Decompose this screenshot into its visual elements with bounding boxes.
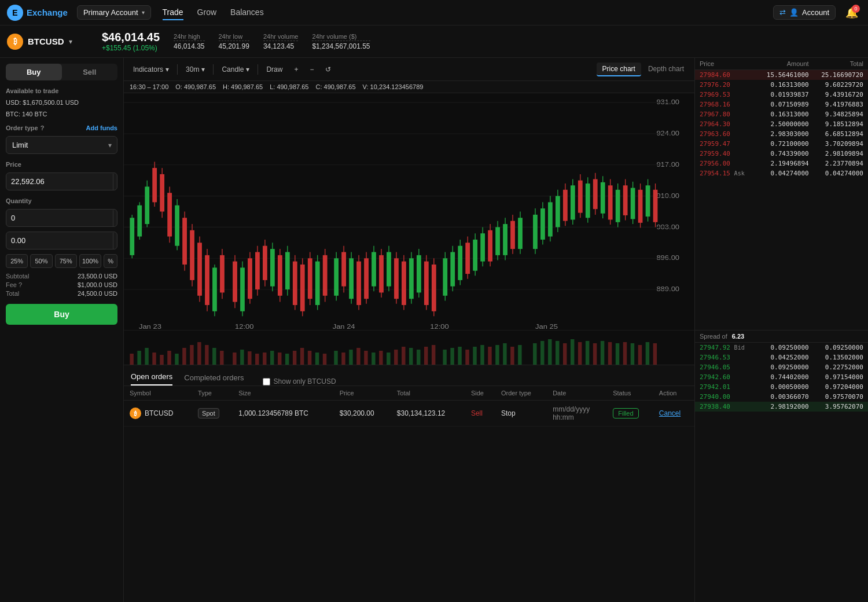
chart-canvas[interactable]: 931.00 924.00 917.00 910.00 903.00 896.0… — [124, 93, 694, 330]
ob-bid-price: 27938.40 — [700, 403, 754, 410]
settings-btn[interactable]: ↺ — [321, 63, 336, 76]
add-indicator-btn[interactable]: + — [289, 63, 303, 76]
stat-low-value: 45,201.99 — [219, 42, 249, 50]
ob-ask-last-row[interactable]: 27954.15 Ask 0.04274000 0.04274000 — [695, 168, 868, 178]
depth-chart-tab[interactable]: Depth chart — [642, 63, 690, 76]
row-date: mm/dd/yyyyhh:mm — [547, 401, 607, 427]
ob-bid-total: 0.97204000 — [809, 383, 863, 391]
stat-vol-label: 24hr volume — [263, 33, 299, 41]
ob-ask-row[interactable]: 27969.53 0.01939837 9.43916720 — [695, 90, 868, 100]
timeframe-label: 30m — [186, 65, 199, 74]
filter-label[interactable]: Show only BTCUSD — [263, 377, 336, 386]
pct-100-btn[interactable]: 100% — [79, 254, 101, 268]
ob-ask-row[interactable]: 27959.47 0.72100000 3.70209894 — [695, 139, 868, 149]
add-funds-link[interactable]: Add funds — [86, 124, 117, 131]
svg-rect-181 — [334, 351, 337, 365]
account-dropdown-btn[interactable]: Primary Account ▾ — [77, 5, 151, 20]
account-right-btn[interactable]: ⇄ 👤 Account — [773, 5, 836, 20]
completed-orders-tab[interactable]: Completed orders — [184, 373, 244, 386]
indicators-btn[interactable]: Indicators ▾ — [128, 63, 174, 76]
svg-rect-218 — [623, 342, 627, 365]
open-orders-tab[interactable]: Open orders — [131, 372, 172, 386]
quantity-usd-input[interactable] — [6, 232, 113, 249]
ob-ask-amount: 0.07150989 — [754, 101, 808, 108]
svg-rect-213 — [586, 341, 589, 365]
svg-rect-212 — [578, 342, 582, 365]
svg-rect-166 — [212, 348, 216, 365]
ob-bid-row[interactable]: 27942.01 0.00050000 0.97204000 — [695, 382, 868, 392]
col-type: Type — [192, 386, 233, 401]
svg-rect-179 — [315, 353, 319, 365]
row-size: 1,000.123456789 BTC — [233, 401, 333, 427]
ob-bid-total: 0.97154000 — [809, 373, 863, 381]
ob-bid-row[interactable]: 27946.05 0.09250000 0.22752000 — [695, 362, 868, 372]
filled-badge: Filled — [613, 408, 638, 419]
draw-btn[interactable]: Draw — [262, 63, 287, 76]
pct-50-btn[interactable]: 50% — [30, 254, 52, 268]
ob-col-total: Total — [809, 60, 863, 67]
svg-rect-210 — [563, 343, 567, 365]
ob-bid-amount: 0.00050000 — [754, 383, 808, 391]
row-action[interactable]: Cancel — [653, 401, 694, 427]
available-label: Available to trade — [6, 87, 117, 94]
ob-bid-last-row[interactable]: 27938.40 2.98192000 3.95762070 — [695, 402, 868, 412]
ob-bid-row[interactable]: 27940.00 0.00366070 0.97570070 — [695, 392, 868, 402]
ticker-price: $46,014.45 — [102, 31, 160, 44]
pct-25-btn[interactable]: 25% — [6, 254, 28, 268]
row-symbol: ₿ BTCUSD — [124, 401, 192, 427]
price-label: Price — [6, 161, 117, 168]
svg-rect-195 — [443, 350, 446, 365]
ob-ask-amount: 2.50000000 — [754, 120, 808, 128]
ob-ask-amount: 2.98303000 — [754, 130, 808, 138]
price-input[interactable] — [6, 173, 113, 190]
timeframe-btn[interactable]: 30m ▾ — [181, 63, 209, 76]
buy-submit-btn[interactable]: Buy — [6, 304, 117, 325]
nav-trade[interactable]: Trade — [163, 5, 183, 20]
ob-ask-row[interactable]: 27984.60 15.56461000 25.16690720 — [695, 70, 868, 80]
ob-bid-row[interactable]: 27942.60 0.74402000 0.97154000 — [695, 372, 868, 382]
ob-bid-first-row[interactable]: 27947.92 Bid 0.09250000 0.09250000 — [695, 343, 868, 353]
ob-ask-row[interactable]: 27959.40 0.74339000 2.98109894 — [695, 149, 868, 159]
chevron-down-icon: ▾ — [142, 9, 145, 16]
nav-balances[interactable]: Balances — [230, 5, 264, 20]
ob-ask-amount: 2.19496894 — [754, 160, 808, 167]
ticker-pair-selector[interactable]: ₿ BTCUSD ▾ — [7, 34, 88, 50]
fee-row: Fee ? $1,000.0 USD — [6, 281, 117, 288]
quantity-btc-input-row: BTC — [6, 209, 117, 227]
nav-grow[interactable]: Grow — [197, 5, 216, 20]
ob-ask-price: 27968.16 — [700, 101, 754, 108]
ob-ask-row[interactable]: 27968.16 0.07150989 9.41976883 — [695, 100, 868, 109]
logo[interactable]: E Exchange — [7, 5, 68, 21]
pct-custom-btn[interactable]: % — [104, 254, 117, 268]
order-type-select[interactable]: Limit Market Stop — [6, 136, 117, 154]
volume-area — [124, 330, 694, 365]
ob-ask-row[interactable]: 27976.20 0.16313000 9.60229720 — [695, 80, 868, 90]
ob-ask-row[interactable]: 27964.30 2.50000000 9.18512894 — [695, 119, 868, 129]
ob-ask-row[interactable]: 27963.60 2.98303000 6.68512894 — [695, 129, 868, 139]
svg-rect-207 — [540, 341, 544, 365]
notifications-btn[interactable]: 🔔 0 — [843, 3, 861, 22]
ticker-bar: ₿ BTCUSD ▾ $46,014.45 +$155.45 (1.05%) 2… — [0, 25, 868, 58]
ob-ask-row[interactable]: 27956.00 2.19496894 2.23770894 — [695, 159, 868, 168]
ob-ask-price: 27984.60 — [700, 71, 754, 79]
svg-rect-171 — [255, 354, 259, 365]
svg-rect-217 — [616, 343, 619, 365]
svg-rect-156 — [137, 351, 141, 365]
cancel-link[interactable]: Cancel — [659, 409, 681, 417]
pct-75-btn[interactable]: 75% — [55, 254, 77, 268]
candle-btn[interactable]: Candle ▾ — [217, 63, 254, 76]
svg-rect-174 — [278, 353, 281, 365]
ob-bid-row[interactable]: 27946.53 0.04252000 0.13502000 — [695, 353, 868, 362]
svg-rect-203 — [503, 343, 506, 365]
filter-checkbox[interactable] — [263, 378, 270, 386]
quantity-btc-input[interactable] — [6, 210, 113, 226]
fee-label: Fee ? — [6, 281, 22, 288]
ticker-chevron-icon: ▾ — [69, 38, 72, 46]
ob-bid-amount: 0.04252000 — [754, 354, 808, 361]
remove-indicator-btn[interactable]: − — [305, 63, 318, 76]
sell-tab[interactable]: Sell — [62, 64, 118, 80]
buy-tab[interactable]: Buy — [6, 64, 62, 80]
btc-icon: ₿ — [7, 34, 23, 50]
price-chart-tab[interactable]: Price chart — [597, 63, 641, 76]
ob-ask-row[interactable]: 27967.80 0.16313000 9.34825894 — [695, 109, 868, 119]
